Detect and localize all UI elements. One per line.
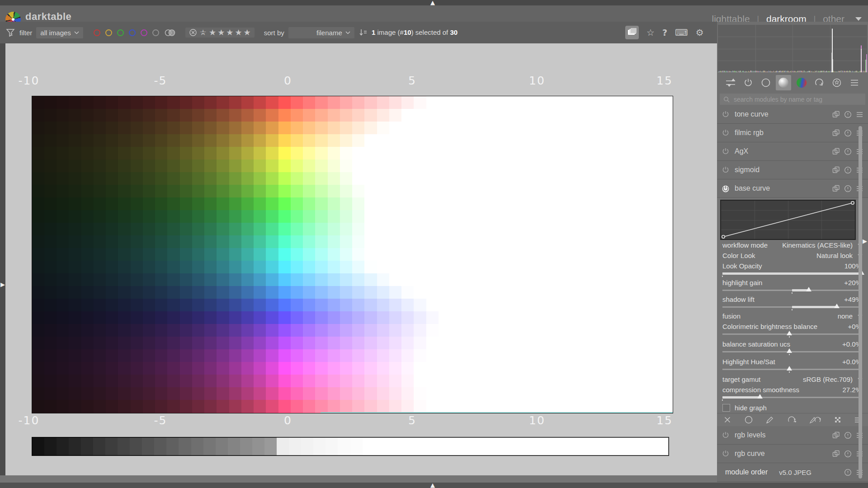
param-shadow-lift[interactable]: shadow lift+49% <box>717 294 868 311</box>
multi-instance-icon[interactable] <box>832 450 840 458</box>
module-header-base-curve[interactable]: base curve <box>717 179 868 198</box>
slider-track[interactable] <box>722 394 862 401</box>
reset-icon[interactable] <box>844 450 852 458</box>
sort-direction-icon[interactable] <box>359 28 368 37</box>
param-workflow-mode[interactable]: workflow modeKinematics (ACES-like) <box>717 240 868 250</box>
multi-instance-icon[interactable] <box>832 111 840 118</box>
param-target-gamut[interactable]: target gamutsRGB (Rec.709) <box>717 374 868 385</box>
mask-drawn-parametric-icon[interactable] <box>809 415 821 424</box>
reset-icon[interactable] <box>844 432 852 439</box>
slider-handle[interactable] <box>787 366 792 371</box>
star-rating-filter[interactable]: ★★★★★ <box>209 28 251 37</box>
slider-track[interactable] <box>722 287 862 294</box>
module-header-rgb-levels[interactable]: rgb levels <box>717 426 868 445</box>
color-label-filter-4[interactable] <box>141 29 147 36</box>
active-modules-icon[interactable] <box>741 75 756 90</box>
grading-icon[interactable] <box>776 75 791 90</box>
histogram[interactable] <box>718 25 867 72</box>
presets-icon[interactable] <box>856 112 863 117</box>
reset-icon[interactable] <box>844 185 852 192</box>
technical-icon[interactable] <box>758 75 774 90</box>
slider-handle[interactable] <box>787 348 792 353</box>
module-header-filmic-rgb[interactable]: filmic rgb <box>717 124 868 142</box>
module-power-icon[interactable] <box>722 147 730 155</box>
top-panel-collapse-icon[interactable]: ▲ <box>430 0 435 5</box>
star-filter-2[interactable]: ★ <box>217 28 225 37</box>
slider-handle[interactable] <box>834 304 840 308</box>
presets-menu-icon[interactable] <box>847 75 862 90</box>
multi-instance-icon[interactable] <box>832 166 840 174</box>
base-curve-graph[interactable] <box>717 198 868 240</box>
module-power-icon[interactable] <box>722 450 730 458</box>
color-label-filter-5[interactable] <box>152 29 159 36</box>
mask-raster-icon[interactable] <box>834 416 842 424</box>
blend-off-icon[interactable] <box>723 416 731 424</box>
param-highlight-hue-sat[interactable]: Highlight Hue/Sat+0.0% <box>717 357 868 374</box>
reject-filter-icon[interactable] <box>189 28 197 37</box>
param-compression-smoothness[interactable]: compression smoothness27.2% <box>717 385 868 401</box>
module-header-sigmoid[interactable]: sigmoid <box>717 161 868 179</box>
views-more-icon[interactable] <box>855 17 862 21</box>
slider-track[interactable] <box>722 366 862 373</box>
zero-star-filter-icon[interactable]: ★ <box>199 28 207 37</box>
module-header-AgX[interactable]: AgX <box>717 142 868 161</box>
bottom-panel-expand-icon[interactable]: ▲ <box>430 483 435 488</box>
reset-icon[interactable] <box>844 111 852 118</box>
color-label-filter-3[interactable] <box>129 29 136 36</box>
color-icon[interactable] <box>794 75 809 90</box>
module-search[interactable] <box>720 94 865 105</box>
module-power-on-icon[interactable] <box>722 184 730 192</box>
filter-funnel-icon[interactable] <box>5 28 15 38</box>
param-hide-graph[interactable]: hide graph <box>717 401 868 413</box>
reset-icon[interactable] <box>844 129 852 137</box>
reset-icon[interactable] <box>844 469 852 476</box>
bottom-panel-rail[interactable]: ▲ <box>0 483 868 488</box>
search-input[interactable] <box>733 95 852 103</box>
mask-parametric-icon[interactable] <box>787 415 797 424</box>
slider-track[interactable] <box>722 331 862 338</box>
module-power-icon[interactable] <box>722 110 730 118</box>
multi-instance-icon[interactable] <box>832 129 840 137</box>
collection-scope-dropdown[interactable]: all images <box>36 27 83 38</box>
left-panel-expand-icon[interactable]: ▶ <box>0 282 5 287</box>
param-color-look[interactable]: Color LookNatural look <box>717 250 868 261</box>
help-icon[interactable]: ? <box>662 28 667 37</box>
module-power-icon[interactable] <box>722 431 730 439</box>
module-header-tone-curve[interactable]: tone curve <box>717 105 868 124</box>
reset-icon[interactable] <box>844 148 852 155</box>
reset-icon[interactable] <box>844 166 852 174</box>
star-icon[interactable]: ☆ <box>646 28 655 37</box>
multi-instance-icon[interactable] <box>832 432 840 439</box>
slider-handle[interactable] <box>757 394 763 399</box>
slider-track[interactable] <box>722 348 862 355</box>
overlays-icon[interactable] <box>625 26 639 39</box>
module-power-icon[interactable] <box>722 129 730 137</box>
param-highlight-gain[interactable]: highlight gain+20% <box>717 277 868 294</box>
rating-filter[interactable]: ★ ★★★★★ <box>185 28 255 38</box>
color-label-filter-1[interactable] <box>105 29 112 36</box>
multi-instance-icon[interactable] <box>832 148 840 155</box>
hide-graph-checkbox[interactable] <box>722 404 730 412</box>
shortcuts-keyboard-icon[interactable]: ⌨ <box>675 28 688 37</box>
quick-access-icon[interactable] <box>723 75 738 90</box>
multi-instance-icon[interactable] <box>832 185 840 192</box>
panel-scrollbar[interactable] <box>859 126 862 479</box>
preferences-gear-icon[interactable]: ⚙ <box>696 28 704 37</box>
module-order-row[interactable]: module order v5.0 JPEG <box>717 463 868 482</box>
filmstrip-collapsed[interactable] <box>0 475 717 483</box>
color-label-filter-2[interactable] <box>117 29 124 36</box>
star-filter-3[interactable]: ★ <box>226 28 233 37</box>
blend-uniform-icon[interactable] <box>744 415 753 424</box>
mask-drawn-icon[interactable] <box>765 415 774 424</box>
param-fusion[interactable]: fusionnone <box>717 311 868 321</box>
slider-track[interactable] <box>722 270 862 277</box>
color-label-pair-icon[interactable] <box>164 29 176 37</box>
slider-handle[interactable] <box>787 331 792 335</box>
module-header-rgb-curve[interactable]: rgb curve <box>717 445 868 463</box>
star-filter-4[interactable]: ★ <box>235 28 242 37</box>
effect-icon[interactable] <box>829 75 844 90</box>
module-header-base-curve[interactable]: base curve <box>717 179 868 198</box>
slider-handle[interactable] <box>806 287 811 291</box>
right-panel-collapse-icon[interactable]: ▶ <box>863 239 867 244</box>
param-colorimetric-brightness-balance[interactable]: Colorimetric brightness balance+0% <box>717 321 868 339</box>
